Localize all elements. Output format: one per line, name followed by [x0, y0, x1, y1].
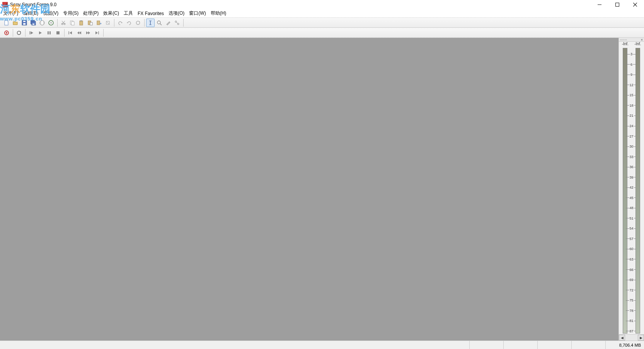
trim-icon — [105, 20, 111, 26]
save-all-icon — [31, 20, 36, 26]
svg-point-38 — [6, 32, 7, 34]
new-button[interactable] — [2, 19, 11, 27]
copy-icon — [70, 20, 75, 26]
pause-button[interactable] — [45, 29, 53, 37]
svg-rect-41 — [48, 31, 49, 34]
trim-button[interactable] — [104, 19, 112, 27]
meter-header[interactable]: •••••• × — [619, 38, 644, 42]
meter-right-channel[interactable] — [632, 48, 644, 334]
menu-effects[interactable]: 效果(C) — [103, 10, 119, 17]
menu-special[interactable]: 专用(S) — [63, 10, 78, 17]
scissors-icon — [61, 20, 66, 26]
menu-options[interactable]: 选项(O) — [169, 10, 184, 17]
pencil-tool-button[interactable] — [164, 19, 172, 27]
transport-toolbar — [0, 28, 644, 38]
magnify-tool-button[interactable] — [155, 19, 164, 27]
menu-help[interactable]: 帮助(H) — [211, 10, 227, 17]
cd-button[interactable] — [47, 19, 55, 27]
redo-button[interactable] — [125, 19, 133, 27]
toolbar-separator — [114, 19, 114, 27]
status-cell-4[interactable] — [571, 341, 605, 349]
copy-button[interactable] — [68, 19, 77, 27]
meter-right-peak[interactable]: -Inf. — [632, 42, 644, 47]
menu-window[interactable]: 窗口(W) — [189, 10, 206, 17]
save-button[interactable] — [20, 19, 29, 27]
edit-tool-button[interactable] — [146, 19, 155, 27]
menu-fxfav[interactable]: FX Favorites — [138, 11, 164, 16]
toolbar-separator — [57, 19, 58, 27]
play-all-button[interactable] — [27, 29, 36, 37]
stop-button[interactable] — [54, 29, 62, 37]
svg-rect-12 — [41, 21, 43, 25]
meter-close-button[interactable]: × — [641, 38, 643, 42]
maximize-button[interactable] — [608, 0, 626, 9]
statusbar: 8,706.4 MB — [0, 340, 644, 349]
publish-button[interactable] — [38, 19, 46, 27]
grip-icon: •••••• — [620, 39, 627, 41]
scroll-track[interactable] — [625, 335, 638, 340]
scroll-left-button[interactable]: ◀ — [619, 335, 625, 340]
record-button[interactable] — [2, 29, 11, 37]
status-cell-1[interactable] — [469, 341, 503, 349]
meter-peak-labels: -Inf. -Inf. — [619, 42, 644, 47]
menu-view[interactable]: 视图(V) — [43, 10, 58, 17]
scroll-right-button[interactable]: ▶ — [638, 335, 644, 340]
minimize-button[interactable] — [591, 0, 608, 9]
level-meter-panel: •••••• × -Inf. -Inf. 3691215182124273033… — [618, 38, 644, 340]
svg-line-17 — [62, 21, 65, 24]
meter-left-peak[interactable]: -Inf. — [619, 42, 632, 47]
play-icon — [38, 31, 43, 35]
magnify-icon — [157, 20, 162, 26]
mix-icon — [96, 20, 102, 26]
forward-button[interactable] — [84, 29, 92, 37]
repeat-button[interactable] — [134, 19, 142, 27]
menu-edit[interactable]: 编辑(E) — [23, 10, 38, 17]
status-cell-3[interactable] — [537, 341, 571, 349]
record-icon — [4, 31, 9, 35]
clipboard-icon — [78, 20, 84, 26]
go-start-button[interactable] — [66, 29, 75, 37]
titlebar: Sony Sound Forge 9.0 — [0, 0, 644, 9]
menu-tools[interactable]: 工具 — [124, 10, 133, 17]
svg-rect-25 — [97, 21, 100, 25]
svg-rect-10 — [32, 24, 34, 25]
play-all-icon — [29, 31, 34, 35]
loop-button[interactable] — [15, 29, 23, 37]
workspace[interactable] — [0, 38, 618, 340]
svg-point-14 — [51, 22, 52, 23]
svg-rect-21 — [80, 21, 83, 25]
paste-new-button[interactable] — [86, 19, 94, 27]
open-button[interactable] — [11, 19, 20, 27]
play-button[interactable] — [36, 29, 44, 37]
standard-toolbar — [0, 18, 644, 28]
svg-line-36 — [176, 22, 178, 24]
go-end-button[interactable] — [93, 29, 101, 37]
cd-icon — [48, 20, 54, 26]
app-icon — [2, 2, 8, 7]
pause-icon — [47, 31, 51, 35]
toolbar-separator — [25, 29, 26, 37]
menu-process[interactable]: 处理(P) — [83, 10, 99, 17]
event-tool-button[interactable] — [173, 19, 181, 27]
menu-file[interactable]: 文件(F) — [3, 10, 18, 17]
status-memory[interactable]: 8,706.4 MB — [605, 341, 644, 349]
toolbar-separator — [183, 19, 184, 27]
toolbar-separator — [13, 29, 13, 37]
meter-scrollbar: ◀ ▶ — [619, 334, 644, 340]
mix-button[interactable] — [95, 19, 103, 27]
undo-button[interactable] — [116, 19, 124, 27]
paste-button[interactable] — [77, 19, 85, 27]
status-cell-2[interactable] — [503, 341, 537, 349]
status-message — [0, 341, 469, 349]
window-title: Sony Sound Forge 9.0 — [10, 2, 56, 7]
svg-rect-42 — [49, 31, 51, 34]
menubar: 文件(F) 编辑(E) 视图(V) 专用(S) 处理(P) 效果(C) 工具 F… — [0, 9, 644, 18]
save-all-button[interactable] — [29, 19, 37, 27]
close-button[interactable] — [626, 0, 644, 9]
main-area: •••••• × -Inf. -Inf. 3691215182124273033… — [0, 38, 644, 340]
pencil-icon — [165, 20, 171, 26]
rewind-button[interactable] — [75, 29, 83, 37]
svg-rect-6 — [23, 23, 26, 25]
cut-button[interactable] — [59, 19, 68, 27]
redo-icon — [126, 20, 132, 26]
